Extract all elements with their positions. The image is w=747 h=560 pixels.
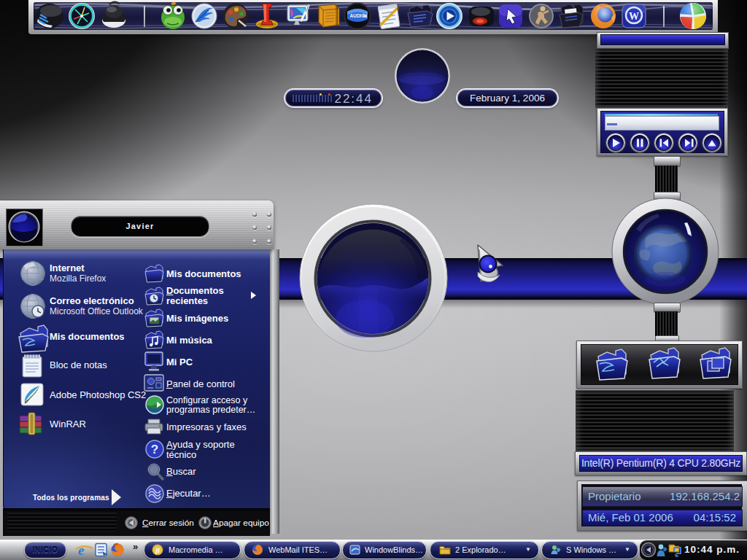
svg-text:e: e <box>78 542 85 558</box>
svg-text:W: W <box>629 11 639 22</box>
svg-text:?: ? <box>151 443 158 456</box>
svg-text:»: » <box>133 541 138 552</box>
svg-text:AUDIO: AUDIO <box>350 13 365 18</box>
svg-text:fl: fl <box>155 547 160 554</box>
